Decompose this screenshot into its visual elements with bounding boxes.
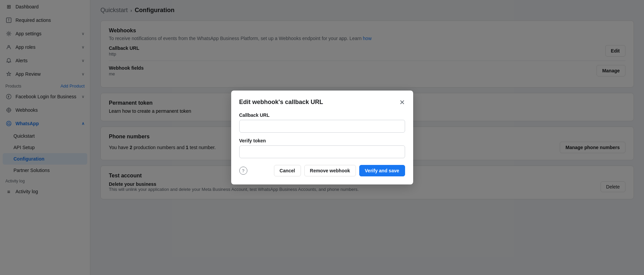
verify-token-form-label: Verify token [239,138,405,143]
verify-token-group: Verify token [239,138,405,158]
edit-webhook-modal: Edit webhook's callback URL ✕ Callback U… [231,91,413,184]
modal-title: Edit webhook's callback URL [239,99,323,106]
remove-webhook-button[interactable]: Remove webhook [304,165,356,176]
modal-footer: ? Cancel Remove webhook Verify and save [239,165,405,176]
modal-overlay[interactable]: Edit webhook's callback URL ✕ Callback U… [0,0,644,275]
callback-url-form-label: Callback URL [239,112,405,118]
help-icon-symbol: ? [242,168,244,173]
verify-token-input[interactable] [239,145,405,158]
modal-close-button[interactable]: ✕ [399,99,405,106]
callback-url-group: Callback URL [239,112,405,133]
modal-header: Edit webhook's callback URL ✕ [239,99,405,106]
modal-footer-left: ? [239,167,247,175]
cancel-button[interactable]: Cancel [274,165,301,176]
help-icon-button[interactable]: ? [239,167,247,175]
verify-save-button[interactable]: Verify and save [359,165,405,176]
callback-url-input[interactable] [239,120,405,133]
